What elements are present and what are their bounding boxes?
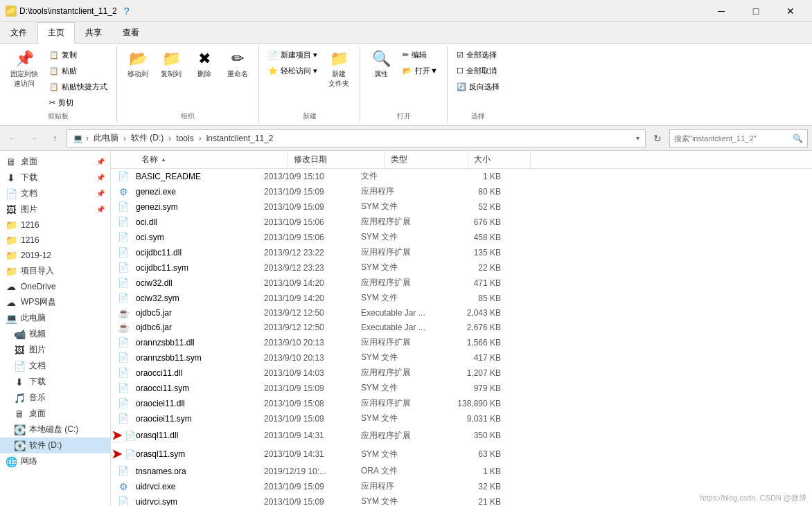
file-row[interactable]: 📄 oci.sym 2013/10/9 15:06 SYM 文件 458 KB — [111, 230, 812, 245]
sidebar-item-pics2[interactable]: 🖼 图片 — [0, 342, 110, 358]
refresh-button[interactable]: ↻ — [648, 129, 667, 147]
search-input[interactable] — [674, 134, 790, 143]
file-row[interactable]: ➤📄 orasql11.sym 2013/10/9 14:31 SYM 文件 6… — [111, 445, 812, 464]
file-row[interactable]: 📄 orannzsbb11.dll 2013/9/10 20:13 应用程序扩展… — [111, 335, 812, 350]
select-all-label: 全部选择 — [466, 50, 497, 60]
file-name: genezi.sym — [136, 202, 264, 212]
sidebar-item-thispc[interactable]: 💻 此电脑 — [0, 310, 110, 326]
paste-button[interactable]: 📋 粘贴 — [46, 64, 111, 78]
file-size: 135 KB — [444, 248, 506, 257]
open-button[interactable]: 📂 打开▼ — [399, 64, 441, 78]
forward-button[interactable]: → — [25, 129, 43, 147]
maximize-button[interactable]: □ — [740, 1, 772, 21]
edit-button[interactable]: ✏ 编辑 — [399, 48, 441, 62]
file-row[interactable]: ☕ ojdbc6.jar 2013/9/12 12:50 Executable … — [111, 320, 812, 335]
move-to-button[interactable]: 📂 移动到 — [123, 46, 153, 82]
file-row[interactable]: 📄 ocijdbc11.sym 2013/9/12 23:23 SYM 文件 2… — [111, 260, 812, 275]
file-row[interactable]: 📄 genezi.sym 2013/10/9 15:09 SYM 文件 52 K… — [111, 199, 812, 215]
col-header-name[interactable]: 名称 ▲ — [136, 151, 288, 168]
sidebar-item-2019-12[interactable]: 📁 2019-12 — [0, 248, 110, 263]
sidebar-item-drive-d[interactable]: 💽 软件 (D:) — [0, 437, 110, 453]
col-header-date[interactable]: 修改日期 — [288, 151, 385, 168]
delete-button[interactable]: ✖ 删除 — [189, 46, 220, 82]
file-row[interactable]: ☕ ojdbc5.jar 2013/9/12 12:50 Executable … — [111, 306, 812, 320]
sidebar-item-dl2[interactable]: ⬇ 下载 — [0, 374, 110, 390]
sidebar-item-download[interactable]: ⬇ 下载 📌 — [0, 170, 110, 186]
file-row[interactable]: 📄 ociw32.dll 2013/10/9 14:20 应用程序扩展 471 … — [111, 275, 812, 291]
tab-share[interactable]: 共享 — [75, 22, 112, 43]
col-type-label: 类型 — [391, 154, 407, 165]
sidebar-item-videos[interactable]: 📹 视频 — [0, 326, 110, 342]
file-row[interactable]: ⚙ genezi.exe 2013/10/9 15:09 应用程序 80 KB — [111, 184, 812, 199]
easy-access-button[interactable]: ⭐ 轻松访问 ▾ — [265, 64, 321, 78]
file-row[interactable]: 📄 orannzsbb11.sym 2013/9/10 20:13 SYM 文件… — [111, 350, 812, 365]
sidebar-item-docs2[interactable]: 📄 文档 — [0, 358, 110, 374]
sidebar-item-pictures[interactable]: 🖼 图片 📌 — [0, 201, 110, 217]
file-type: SYM 文件 — [361, 262, 444, 273]
search-icon[interactable]: 🔍 — [793, 134, 803, 143]
sidebar-item-project[interactable]: 📁 项目导入 — [0, 263, 110, 279]
sidebar-item-1216b[interactable]: 📁 1216 — [0, 233, 110, 248]
file-row[interactable]: 📄 tnsnames.ora 2019/12/19 10:... ORA 文件 … — [111, 464, 812, 479]
file-row[interactable]: ➤📄 orasql11.dll 2013/10/9 14:31 应用程序扩展 3… — [111, 426, 812, 445]
col-header-type[interactable]: 类型 — [385, 151, 468, 168]
tab-home[interactable]: 主页 — [37, 22, 75, 44]
file-row[interactable]: ⚙ uidrvci.exe 2013/10/9 15:09 应用程序 32 KB — [111, 479, 812, 494]
sidebar-label-videos: 视频 — [29, 328, 105, 340]
copy-to-button[interactable]: 📁 复制到 — [156, 46, 186, 82]
docs2-icon: 📄 — [14, 361, 25, 372]
file-row[interactable]: 📄 oci.dll 2013/10/9 15:06 应用程序扩展 676 KB — [111, 215, 812, 230]
select-all-button[interactable]: ☑ 全部选择 — [453, 48, 503, 62]
help-button[interactable]: ? — [117, 1, 136, 21]
tab-file[interactable]: 文件 — [0, 22, 37, 43]
file-row[interactable]: 📄 oraociei11.dll 2013/10/9 15:08 应用程序扩展 … — [111, 396, 812, 411]
path-folder[interactable]: instantclient_11_2 — [204, 133, 276, 144]
select-none-button[interactable]: ☐ 全部取消 — [453, 64, 503, 78]
pin-quick-access-button[interactable]: 📌 固定到快速访问 — [6, 46, 43, 92]
desktop2-icon: 🖥 — [14, 408, 25, 419]
tab-view[interactable]: 查看 — [112, 22, 150, 43]
sidebar-item-onedrive[interactable]: ☁ OneDrive — [0, 279, 110, 294]
file-row[interactable]: 📄 oraocci11.dll 2013/10/9 14:03 应用程序扩展 1… — [111, 365, 812, 381]
up-button[interactable]: ↑ — [46, 129, 64, 147]
sidebar-item-desktop[interactable]: 🖥 桌面 📌 — [0, 154, 110, 170]
sidebar-item-wps[interactable]: ☁ WPS网盘 — [0, 294, 110, 310]
minimize-button[interactable]: ─ — [705, 1, 737, 21]
path-computer[interactable]: 此电脑 — [91, 132, 121, 145]
delete-icon: ✖ — [198, 50, 211, 68]
file-icon: 📄 — [111, 262, 136, 273]
file-row[interactable]: 📄 ociw32.sym 2013/10/9 14:20 SYM 文件 85 K… — [111, 291, 812, 306]
new-folder-button[interactable]: 📁 新建文件夹 — [324, 46, 354, 92]
properties-button[interactable]: 🔍 属性 — [366, 46, 396, 82]
cut-button[interactable]: ✂ 剪切 — [46, 96, 111, 110]
new-item-button[interactable]: 📄 新建项目 ▾ — [265, 48, 321, 62]
sidebar-item-1216a[interactable]: 📁 1216 — [0, 217, 110, 233]
file-size: 979 KB — [444, 383, 506, 393]
col-header-size[interactable]: 大小 — [468, 151, 531, 168]
file-row[interactable]: 📄 oraociei11.sym 2013/10/9 15:09 SYM 文件 … — [111, 411, 812, 426]
back-button[interactable]: ← — [4, 129, 22, 147]
pin-icon-desktop: 📌 — [96, 158, 105, 165]
file-row[interactable]: 📄 oraocci11.sym 2013/10/9 15:09 SYM 文件 9… — [111, 381, 812, 396]
path-drive[interactable]: 软件 (D:) — [129, 132, 166, 145]
file-date: 2013/9/10 20:13 — [264, 338, 361, 347]
path-tools[interactable]: tools — [174, 133, 195, 144]
copy-button[interactable]: 📋 复制 — [46, 48, 111, 62]
close-button[interactable]: ✕ — [775, 1, 806, 21]
sidebar-item-desktop2[interactable]: 🖥 桌面 — [0, 406, 110, 422]
file-row[interactable]: 📄 BASIC_README 2013/10/9 15:10 文件 1 KB — [111, 169, 812, 184]
rename-button[interactable]: ✏ 重命名 — [222, 46, 253, 82]
invert-select-button[interactable]: 🔄 反向选择 — [453, 80, 503, 94]
file-name: orannzsbb11.dll — [136, 338, 264, 347]
sidebar-item-documents[interactable]: 📄 文档 📌 — [0, 186, 110, 201]
file-row[interactable]: 📄 ocijdbc11.dll 2013/9/12 23:22 应用程序扩展 1… — [111, 245, 812, 260]
address-path[interactable]: 💻 › 此电脑 › 软件 (D:) › tools › instantclien… — [67, 129, 646, 147]
file-date: 2013/9/10 20:13 — [264, 353, 361, 363]
sidebar-item-drive-c[interactable]: 💽 本地磁盘 (C:) — [0, 422, 110, 437]
sidebar-item-music[interactable]: 🎵 音乐 — [0, 390, 110, 406]
paste-shortcut-button[interactable]: 📋 粘贴快捷方式 — [46, 80, 111, 94]
search-box[interactable]: 🔍 — [669, 129, 808, 147]
sidebar-item-network[interactable]: 🌐 网络 — [0, 453, 110, 469]
path-icon: 💻 — [73, 134, 83, 143]
open-group-label: 打开 — [397, 110, 411, 123]
